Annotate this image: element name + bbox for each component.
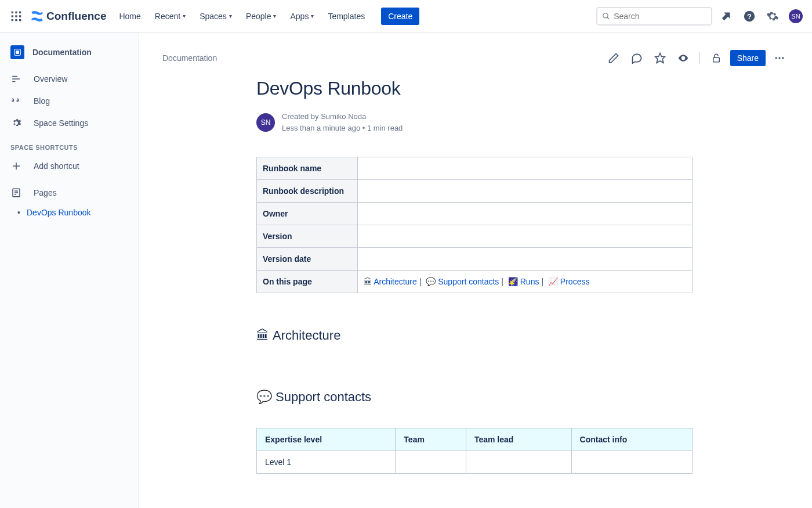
svg-rect-0 bbox=[12, 11, 13, 13]
emoji-icon: 🌠 bbox=[508, 277, 518, 286]
nav-recent[interactable]: Recent▾ bbox=[149, 8, 191, 24]
nav-home[interactable]: Home bbox=[113, 8, 146, 24]
emoji-icon: 💬 bbox=[426, 277, 436, 286]
profile-avatar[interactable]: SN bbox=[786, 7, 805, 26]
confluence-logo[interactable]: Confluence bbox=[30, 9, 106, 23]
pages-icon bbox=[10, 187, 22, 199]
svg-point-25 bbox=[682, 57, 684, 59]
toc-link-support[interactable]: Support contacts bbox=[438, 277, 499, 286]
author-avatar[interactable]: SN bbox=[256, 113, 275, 132]
restrictions-icon[interactable] bbox=[707, 49, 726, 67]
sidebar-add-shortcut[interactable]: Add shortcut bbox=[5, 156, 134, 176]
svg-point-27 bbox=[775, 57, 777, 59]
page-actions: Share bbox=[604, 49, 789, 67]
notifications-icon[interactable] bbox=[717, 7, 735, 26]
settings-icon[interactable] bbox=[763, 7, 782, 26]
emoji-icon: 💬 bbox=[256, 390, 272, 405]
svg-marker-24 bbox=[655, 53, 665, 63]
sidebar-pages[interactable]: Pages bbox=[5, 182, 134, 203]
overview-icon bbox=[10, 73, 22, 85]
metadata-table: Runbook name Runbook description Owner V… bbox=[256, 157, 693, 293]
sidebar: Documentation Overview Blog Space Settin… bbox=[0, 33, 139, 508]
sidebar-blog[interactable]: Blog bbox=[5, 91, 134, 111]
sidebar-overview[interactable]: Overview bbox=[5, 69, 134, 89]
meta-value[interactable] bbox=[358, 248, 693, 271]
contacts-table: Expertise level Team Team lead Contact i… bbox=[256, 428, 693, 474]
edit-icon[interactable] bbox=[604, 49, 623, 67]
svg-rect-5 bbox=[19, 15, 21, 17]
emoji-icon: 📈 bbox=[548, 277, 558, 286]
meta-label: Owner bbox=[257, 203, 358, 225]
table-cell[interactable] bbox=[571, 451, 692, 474]
table-cell[interactable] bbox=[396, 451, 466, 474]
table-cell[interactable] bbox=[466, 451, 571, 474]
svg-point-28 bbox=[778, 57, 780, 59]
svg-rect-7 bbox=[15, 19, 17, 21]
page-header-row: Documentation Share bbox=[162, 49, 789, 67]
meta-label: Version bbox=[257, 225, 358, 248]
chevron-down-icon: ▾ bbox=[183, 13, 186, 19]
nav-spaces[interactable]: Spaces▾ bbox=[194, 8, 238, 24]
primary-nav: Home Recent▾ Spaces▾ People▾ Apps▾ Templ… bbox=[113, 8, 371, 24]
plus-icon bbox=[10, 160, 22, 172]
meta-value[interactable] bbox=[358, 180, 693, 203]
svg-rect-8 bbox=[19, 19, 21, 21]
shortcuts-heading: SPACE SHORTCUTS bbox=[5, 135, 134, 154]
space-header[interactable]: Documentation bbox=[5, 44, 134, 67]
more-actions-icon[interactable] bbox=[770, 49, 789, 67]
emoji-icon: 🏛 bbox=[256, 328, 269, 343]
app-switcher-icon[interactable] bbox=[7, 7, 26, 26]
nav-templates[interactable]: Templates bbox=[322, 8, 371, 24]
table-cell[interactable]: Level 1 bbox=[257, 451, 396, 474]
byline: SN Created by Sumiko Noda Less than a mi… bbox=[256, 111, 789, 134]
svg-text:?: ? bbox=[747, 12, 752, 20]
col-header: Contact info bbox=[571, 428, 692, 451]
svg-rect-1 bbox=[15, 11, 17, 13]
comment-icon[interactable] bbox=[628, 49, 646, 67]
emoji-icon: 🏛 bbox=[364, 277, 372, 286]
svg-rect-14 bbox=[16, 51, 19, 54]
meta-label: Version date bbox=[257, 248, 358, 271]
meta-value[interactable] bbox=[358, 225, 693, 248]
page-tree-item[interactable]: DevOps Runbook bbox=[5, 204, 134, 221]
col-header: Expertise level bbox=[257, 428, 396, 451]
svg-rect-4 bbox=[15, 15, 17, 17]
chevron-down-icon: ▾ bbox=[311, 13, 314, 19]
search-input[interactable] bbox=[614, 12, 706, 21]
avatar-initials: SN bbox=[789, 9, 803, 23]
col-header: Team lead bbox=[466, 428, 571, 451]
section-support-contacts: 💬Support contacts bbox=[256, 390, 789, 405]
svg-rect-6 bbox=[12, 19, 13, 21]
nav-people[interactable]: People▾ bbox=[240, 8, 282, 24]
chevron-down-icon: ▾ bbox=[273, 13, 276, 19]
toc-link-architecture[interactable]: Architecture bbox=[374, 277, 417, 286]
svg-point-29 bbox=[782, 57, 784, 59]
col-header: Team bbox=[396, 428, 466, 451]
search-box[interactable] bbox=[596, 7, 712, 26]
gear-icon bbox=[10, 117, 22, 129]
space-icon bbox=[10, 45, 24, 59]
meta-label: On this page bbox=[257, 271, 358, 293]
brand-name: Confluence bbox=[46, 10, 106, 23]
sidebar-space-settings[interactable]: Space Settings bbox=[5, 113, 134, 134]
svg-rect-26 bbox=[713, 57, 719, 62]
meta-value[interactable] bbox=[358, 203, 693, 225]
author-line: Created by Sumiko Noda bbox=[282, 111, 403, 123]
share-button[interactable]: Share bbox=[730, 50, 766, 66]
meta-value[interactable] bbox=[358, 157, 693, 180]
star-icon[interactable] bbox=[651, 49, 669, 67]
main-content: Documentation Share DevOps Runbook SN bbox=[139, 33, 812, 508]
section-architecture: 🏛Architecture bbox=[256, 328, 789, 343]
search-icon bbox=[602, 12, 610, 21]
svg-rect-3 bbox=[12, 15, 13, 17]
watch-icon[interactable] bbox=[674, 49, 693, 67]
breadcrumb[interactable]: Documentation bbox=[162, 53, 217, 63]
svg-rect-2 bbox=[19, 11, 21, 13]
toc-link-runs[interactable]: Runs bbox=[520, 277, 539, 286]
svg-line-10 bbox=[607, 17, 610, 19]
create-button[interactable]: Create bbox=[381, 8, 419, 25]
meta-label: Runbook description bbox=[257, 180, 358, 203]
nav-apps[interactable]: Apps▾ bbox=[284, 8, 320, 24]
help-icon[interactable]: ? bbox=[740, 7, 759, 26]
toc-link-process[interactable]: Process bbox=[560, 277, 590, 286]
